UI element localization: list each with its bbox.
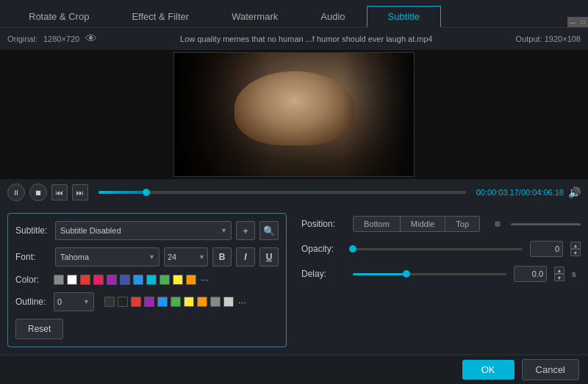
video-canvas — [0, 50, 588, 179]
opacity-increment-button[interactable]: ▲ — [570, 242, 581, 249]
time-current: 00:00:03.17 — [476, 188, 519, 197]
outline-dropdown[interactable]: 0 — [54, 292, 94, 311]
color-swatch-8[interactable] — [159, 275, 170, 285]
outline-swatch-1[interactable] — [118, 297, 128, 307]
outline-row: Outline: 0 ▼ ··· — [15, 292, 279, 311]
video-preview — [173, 52, 415, 177]
position-bottom-button[interactable]: Bottom — [353, 216, 401, 232]
color-swatch-4[interactable] — [107, 275, 117, 285]
video-info-left: Original: 1280×720 👁 — [7, 32, 97, 46]
outline-swatch-9[interactable] — [223, 297, 234, 307]
position-buttons: Bottom Middle Top — [353, 216, 480, 232]
delay-slider-thumb — [403, 270, 410, 278]
position-middle-button[interactable]: Middle — [401, 216, 445, 232]
font-label: Font: — [15, 252, 51, 262]
color-swatch-5[interactable] — [120, 275, 130, 285]
time-display: 00:00:03.17/00:04:06.18 — [476, 188, 564, 197]
color-swatch-10[interactable] — [186, 275, 196, 285]
video-filename: Low quality memes that no human ...f hum… — [97, 35, 515, 43]
video-subject — [234, 71, 354, 145]
color-swatch-9[interactable] — [173, 275, 183, 285]
underline-button[interactable]: U — [259, 247, 279, 267]
position-slider-track — [511, 223, 581, 225]
bold-button[interactable]: B — [212, 247, 232, 267]
video-dark-right — [342, 53, 414, 176]
progress-thumb — [143, 189, 150, 196]
right-panel: Position: Bottom Middle Top Opacity: — [301, 213, 581, 347]
outline-swatch-6[interactable] — [184, 297, 194, 307]
delay-slider-track[interactable] — [353, 273, 506, 275]
video-info-bar: Original: 1280×720 👁 Low quality memes t… — [0, 28, 588, 50]
outline-swatch-4[interactable] — [157, 297, 168, 307]
tab-watermark[interactable]: Watermark — [210, 6, 299, 27]
subtitle-dropdown[interactable]: Subtitle Disabled — [55, 221, 232, 240]
color-swatch-7[interactable] — [146, 275, 157, 285]
color-swatch-6[interactable] — [133, 275, 143, 285]
delay-label: Delay: — [301, 269, 345, 279]
delay-spinner: ▲ ▼ — [554, 267, 564, 281]
font-size-input[interactable] — [164, 247, 208, 267]
opacity-slider-container — [353, 248, 523, 250]
color-swatch-2[interactable] — [80, 275, 90, 285]
pause-button[interactable]: ⏸ — [7, 184, 25, 201]
outline-swatch-0[interactable] — [104, 297, 115, 307]
opacity-row: Opacity: ▲ ▼ — [301, 241, 581, 257]
tab-subtitle[interactable]: Subtitle — [367, 6, 441, 28]
color-swatch-1[interactable] — [67, 275, 77, 285]
outline-swatch-5[interactable] — [171, 297, 181, 307]
outline-swatch-8[interactable] — [210, 297, 220, 307]
outline-swatch-2[interactable] — [131, 297, 141, 307]
opacity-value-input[interactable] — [530, 241, 563, 257]
add-subtitle-button[interactable]: + — [236, 221, 255, 240]
next-frame-button[interactable]: ⏭ — [72, 184, 88, 200]
outline-more-button[interactable]: ··· — [237, 297, 248, 308]
delay-slider-fill — [353, 273, 406, 275]
original-label: Original: — [7, 35, 37, 43]
video-section: Original: 1280×720 👁 Low quality memes t… — [0, 28, 588, 206]
position-label: Position: — [301, 219, 345, 229]
time-total: 00:04:06.18 — [521, 188, 564, 197]
tab-effect-filter[interactable]: Effect & Filter — [110, 6, 210, 27]
font-row: Font: Tahoma ▼ ▼ B I U — [15, 247, 279, 267]
delay-decrement-button[interactable]: ▼ — [554, 274, 564, 281]
outline-swatch-3[interactable] — [144, 297, 154, 307]
color-swatch-3[interactable] — [93, 275, 104, 285]
font-dropdown[interactable]: Tahoma — [55, 247, 159, 267]
eye-icon[interactable]: 👁 — [85, 32, 97, 46]
color-swatch-0[interactable] — [54, 275, 64, 285]
subtitle-row: Subtitle: Subtitle Disabled ▼ + 🔍 — [15, 221, 279, 240]
minimize-button[interactable]: — — [567, 17, 578, 27]
cancel-button[interactable]: Cancel — [522, 359, 579, 380]
italic-button[interactable]: I — [236, 247, 255, 267]
position-top-button[interactable]: Top — [445, 216, 480, 232]
subtitle-controls-panel: Subtitle: Subtitle Disabled ▼ + 🔍 Font: … — [7, 213, 287, 347]
stop-button[interactable]: ⏹ — [29, 184, 47, 201]
delay-value-input[interactable] — [514, 266, 547, 282]
subtitle-label: Subtitle: — [15, 225, 51, 236]
tab-audio[interactable]: Audio — [299, 6, 366, 27]
reset-row: Reset — [15, 319, 279, 339]
opacity-spinner: ▲ ▼ — [570, 242, 581, 256]
maximize-button[interactable]: □ — [578, 17, 588, 27]
delay-unit: s — [572, 269, 581, 278]
color-label: Color: — [15, 275, 51, 285]
video-frame — [174, 53, 414, 176]
tab-rotate-crop[interactable]: Rotate & Crop — [7, 6, 110, 27]
ok-button[interactable]: OK — [462, 360, 514, 380]
color-more-button[interactable]: ··· — [199, 274, 210, 285]
outline-swatch-7[interactable] — [197, 297, 207, 307]
delay-increment-button[interactable]: ▲ — [554, 267, 564, 274]
reset-button[interactable]: Reset — [15, 319, 63, 339]
delay-slider-container — [353, 273, 506, 275]
volume-icon[interactable]: 🔊 — [568, 186, 581, 198]
color-row: Color: ··· — [15, 274, 279, 285]
controls-bar: ⏸ ⏹ ⏮ ⏭ 00:00:03.17/00:04:06.18 🔊 — [0, 179, 588, 206]
progress-bar[interactable] — [98, 191, 466, 194]
opacity-slider-track[interactable] — [353, 248, 523, 250]
search-subtitle-button[interactable]: 🔍 — [259, 221, 279, 240]
tab-bar: Rotate & Crop Effect & Filter Watermark … — [0, 0, 588, 28]
opacity-decrement-button[interactable]: ▼ — [570, 249, 581, 256]
outline-label: Outline: — [15, 297, 51, 307]
outline-select-wrapper: 0 ▼ — [54, 292, 94, 311]
prev-frame-button[interactable]: ⏮ — [51, 184, 68, 200]
